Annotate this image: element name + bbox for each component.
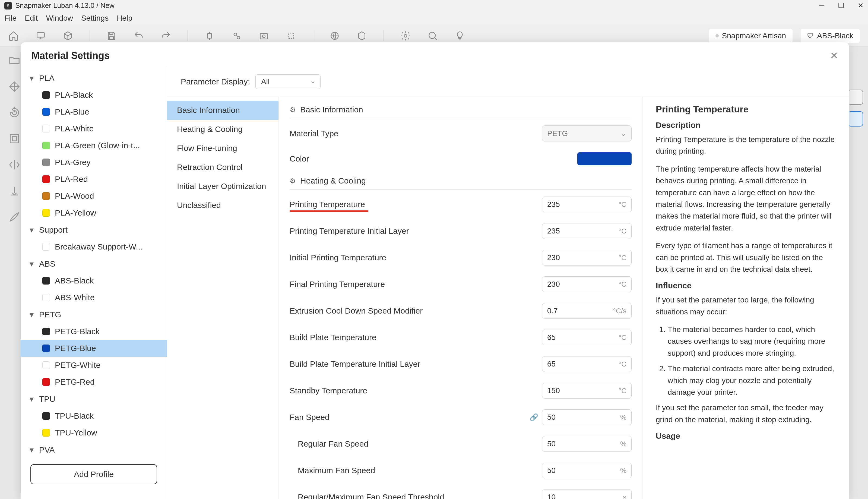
material-item[interactable]: PETG-Red [21,374,167,390]
add-profile-button[interactable]: Add Profile [30,464,157,484]
color-label: Color [289,154,577,163]
material-item[interactable]: PLA-Wood [21,187,167,205]
material-item-label: PETG-White [55,361,100,370]
color-swatch-icon [42,159,50,166]
bulb-icon[interactable] [454,31,465,41]
field-input[interactable]: 10s [542,489,632,499]
minimize-button[interactable]: ─ [819,1,824,10]
link-icon[interactable]: 🔗 [530,413,538,422]
section-nav-item[interactable]: Retraction Control [167,158,278,177]
menu-edit[interactable]: Edit [25,14,38,23]
field-input[interactable]: 230°C [542,250,632,266]
move-icon[interactable] [8,80,21,93]
save-icon[interactable] [106,31,117,41]
section-nav-item[interactable]: Unclassified [167,196,278,215]
settings-icon[interactable] [400,31,411,41]
material-item-label: PLA-Yellow [55,208,96,218]
modal-title: Material Settings [32,50,110,61]
material-item[interactable]: PLA-White [21,120,167,137]
scale-icon[interactable] [8,133,21,145]
field-input[interactable]: 150°C [542,383,632,399]
select-icon[interactable] [286,31,296,41]
rotate-icon[interactable] [8,107,21,119]
redo-icon[interactable] [160,31,171,41]
material-item[interactable]: PLA-Green (Glow-in-t... [21,137,167,154]
section-nav-item[interactable]: Flow Fine-tuning [167,139,278,158]
color-swatch[interactable] [577,152,632,165]
status-dot-icon [716,34,719,37]
section-nav-item[interactable]: Heating & Cooling [167,120,278,139]
material-tree[interactable]: ▾PLAPLA-BlackPLA-BluePLA-WhitePLA-Green … [21,67,167,499]
field-input[interactable]: 50% [542,410,632,425]
cube-icon[interactable] [62,31,73,41]
section-nav-item[interactable]: Basic Information [167,101,278,120]
support-icon[interactable] [8,185,21,197]
color-swatch-icon [42,361,50,369]
material-item-label: PETG-Red [55,377,95,387]
field-input[interactable]: 235°C [542,197,632,212]
menu-settings[interactable]: Settings [81,14,109,23]
workspace-icon[interactable] [35,31,46,41]
svg-rect-9 [10,135,19,143]
material-item[interactable]: PLA-Blue [21,104,167,120]
material-item[interactable]: PLA-Yellow [21,205,167,221]
field-input[interactable]: 235°C [542,223,632,239]
field-label: Printing Temperature Initial Layer [289,227,542,236]
material-item[interactable]: TPU-Black [21,407,167,424]
titlebar: S Snapmaker Luban 4.13.0 / New ─ ☐ ✕ [0,0,868,11]
shape-icon[interactable] [204,31,215,41]
panel-toggle-2[interactable] [848,111,863,126]
material-group-petg[interactable]: ▾PETG [21,306,167,323]
menu-help[interactable]: Help [117,14,133,23]
color-swatch-icon [42,108,50,115]
material-item[interactable]: PETG-White [21,357,167,374]
brush-icon[interactable] [8,211,21,223]
panel-toggle-1[interactable] [848,89,863,105]
material-item[interactable]: Breakaway Support-W... [21,239,167,255]
param-display-select[interactable]: All [256,74,321,89]
machine-selector[interactable]: Snapmaker Artisan [709,29,793,43]
material-item[interactable]: PLA-Red [21,171,167,187]
globe-icon[interactable] [329,31,340,41]
field-input[interactable]: 50% [542,463,632,478]
field-input[interactable]: 65°C [542,356,632,372]
material-item[interactable]: ABS-Black [21,272,167,289]
material-item-label: ABS-White [55,293,95,302]
undo-icon[interactable] [133,31,144,41]
material-item[interactable]: PLA-Black [21,87,167,104]
hex-icon[interactable] [356,31,367,41]
folder-icon[interactable] [8,54,21,67]
material-group-support[interactable]: ▾Support [21,221,167,239]
field-input[interactable]: 0.7°C/s [542,303,632,319]
material-item[interactable]: PETG-Blue [21,340,167,357]
camera-icon[interactable] [258,31,269,41]
material-type-select[interactable]: PETG [542,125,632,142]
search-icon[interactable] [427,31,438,41]
menu-file[interactable]: File [4,14,16,23]
material-group-pva[interactable]: ▾PVA [21,441,167,458]
material-group-abs[interactable]: ▾ABS [21,255,167,272]
material-group-tpu[interactable]: ▾TPU [21,390,167,407]
help-panel[interactable]: Printing Temperature Description Printin… [643,97,849,499]
material-item[interactable]: PLA-Grey [21,154,167,171]
gear-icon: ⚙ [289,177,296,185]
material-group-pla[interactable]: ▾PLA [21,70,167,87]
home-icon[interactable] [8,31,19,41]
material-item[interactable]: ABS-White [21,289,167,306]
material-item[interactable]: PETG-Black [21,323,167,340]
material-item-label: PLA-White [55,124,94,133]
mirror-icon[interactable] [8,159,21,171]
material-item[interactable]: TPU-Yellow [21,424,167,441]
maximize-button[interactable]: ☐ [838,1,844,10]
field-input[interactable]: 50% [542,436,632,452]
gears-icon[interactable] [231,31,242,41]
close-window-button[interactable]: ✕ [858,1,864,10]
help-p4: If you set the parameter too large, the … [656,294,836,318]
field-input[interactable]: 230°C [542,276,632,292]
section-nav-item[interactable]: Initial Layer Optimization [167,177,278,196]
material-badge[interactable]: 🛡 ABS-Black [801,29,860,43]
close-icon[interactable]: ✕ [830,50,838,61]
menu-window[interactable]: Window [46,14,73,23]
field-input[interactable]: 65°C [542,330,632,345]
form-area[interactable]: ⚙ Basic Information Material Type PETG C… [278,97,643,499]
